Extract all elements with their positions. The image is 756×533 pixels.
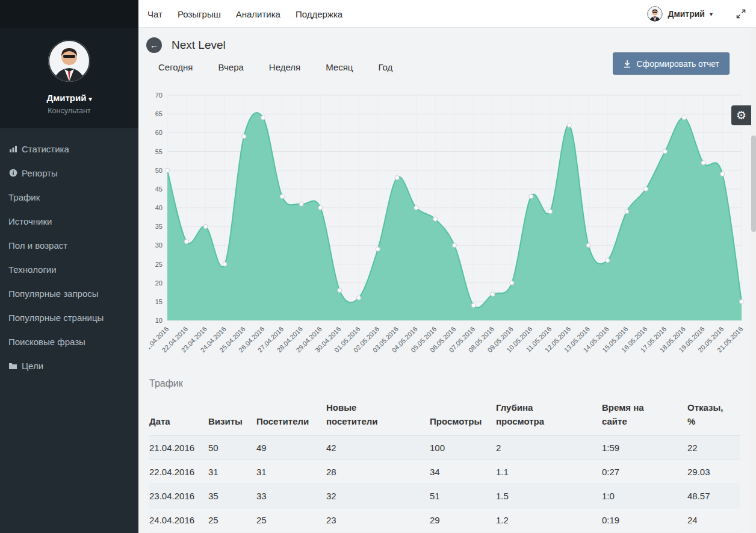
table-row: 22.04.2016313128341.10:2729.03 (149, 460, 740, 484)
sidebar-item-label: Статистика (22, 144, 69, 154)
expand-arrows-icon (736, 8, 746, 19)
sidebar-item-label: Пол и возраст (8, 240, 67, 251)
fullscreen-button[interactable] (736, 8, 746, 19)
sidebar-item-technologies[interactable]: Технологии (0, 257, 138, 281)
table-cell: 23.04.2016 (149, 484, 208, 508)
table-header-row: ДатаВизитыПосетителиНовые посетителиПрос… (149, 396, 740, 436)
sidebar-item-goals[interactable]: Цели (0, 354, 138, 378)
table-cell: 23 (326, 508, 430, 532)
svg-text:20: 20 (155, 279, 163, 287)
avatar (48, 39, 91, 85)
arrow-left-icon: ← (150, 40, 158, 50)
table-cell: 34 (430, 460, 496, 484)
tab-today[interactable]: Сегодня (158, 62, 193, 72)
column-header: Время на сайте (602, 396, 687, 436)
column-header: Глубина просмотра (496, 396, 602, 436)
sidebar-item-gender-age[interactable]: Пол и возраст (0, 233, 138, 257)
scrollbar-thumb[interactable] (751, 136, 756, 232)
sidebar-item-label: Технологии (8, 264, 57, 275)
table-cell: 42 (326, 436, 430, 460)
table-cell: 25 (256, 508, 326, 532)
table-cell: 29 (430, 508, 496, 532)
sidebar-menu: Статистика Репорты Трафик Источники Пол … (0, 128, 138, 378)
nav-item-raffle[interactable]: Розыгрыш (178, 9, 221, 19)
svg-text:55: 55 (155, 148, 163, 155)
table-cell: 100 (430, 436, 496, 460)
table-cell: 22.04.2016 (149, 460, 208, 484)
table-cell: 1.2 (496, 508, 602, 532)
svg-text:10: 10 (155, 317, 163, 324)
sidebar-item-statistics[interactable]: Статистика (0, 137, 138, 161)
chevron-down-icon: ▾ (88, 96, 91, 102)
nav-item-support[interactable]: Поддержка (296, 9, 342, 19)
table-cell: 22 (687, 436, 740, 460)
user-menu[interactable]: Дмитрий ▾ (647, 6, 713, 22)
sidebar-item-label: Источники (8, 216, 52, 226)
table-cell: 1.1 (496, 460, 602, 484)
column-header: Посетители (256, 396, 326, 436)
sidebar-item-label: Трафик (8, 192, 40, 202)
table-cell: 31 (208, 460, 256, 484)
traffic-section-title: Трафик (149, 378, 751, 389)
column-header: Новые посетители (326, 396, 430, 436)
table-cell: 31 (256, 460, 326, 484)
tab-month[interactable]: Месяц (326, 62, 353, 72)
nav-item-chat[interactable]: Чат (147, 9, 163, 19)
tab-yesterday[interactable]: Вчера (218, 62, 244, 72)
svg-text:60: 60 (155, 129, 163, 136)
table-cell: 28 (326, 460, 430, 484)
topnav-menu: Чат Розыгрыш Аналитика Поддержка (147, 0, 342, 28)
table-cell: 1:59 (602, 436, 687, 460)
tab-week[interactable]: Неделя (269, 62, 300, 72)
svg-text:50: 50 (155, 167, 163, 174)
table-cell: 24.04.2016 (149, 508, 208, 532)
sidebar-item-label: Поисковые фразы (8, 337, 85, 347)
nav-item-analytics[interactable]: Аналитика (236, 9, 280, 19)
sidebar-item-label: Цели (22, 361, 43, 371)
back-button[interactable]: ← (146, 37, 162, 53)
page-header: ← Next Level (138, 28, 751, 53)
user-name: Дмитрий (668, 9, 705, 19)
sidebar-user-panel: Дмитрий▾ Консультант (0, 28, 138, 128)
gear-icon: ⚙ (736, 108, 746, 122)
sidebar-item-search-phrases[interactable]: Поисковые фразы (0, 329, 138, 354)
table-cell: 49 (256, 436, 326, 460)
download-icon (623, 60, 631, 68)
table-cell: 1:0 (602, 484, 687, 508)
svg-text:25: 25 (155, 261, 163, 268)
page-title: Next Level (172, 39, 226, 52)
sidebar-item-traffic[interactable]: Трафик (0, 185, 138, 209)
traffic-table: ДатаВизитыПосетителиНовые посетителиПрос… (149, 396, 740, 532)
topnav-brand-block (0, 0, 138, 28)
top-navbar: Чат Розыгрыш Аналитика Поддержка (0, 0, 756, 28)
chart-container: 1015202530354045505560657021.04.201622.0… (149, 87, 751, 370)
sidebar-item-sources[interactable]: Источники (0, 209, 138, 233)
table-cell: 0:19 (602, 508, 687, 532)
svg-text:30: 30 (155, 242, 163, 249)
column-header: Визиты (208, 396, 256, 436)
sidebar-item-popular-queries[interactable]: Популярные запросы (0, 281, 138, 305)
table-cell: 32 (326, 484, 430, 508)
sidebar-item-label: Популярные страницы (8, 313, 104, 323)
table-row: 23.04.2016353332511.51:048.57 (149, 484, 740, 508)
table-cell: 1.5 (496, 484, 602, 508)
table-row: 24.04.2016252523291.20:1924 (149, 508, 740, 532)
vertical-scrollbar[interactable] (751, 28, 756, 533)
svg-text:15: 15 (155, 298, 163, 305)
topnav-right: Дмитрий ▾ (647, 0, 746, 28)
sidebar-item-popular-pages[interactable]: Популярные страницы (0, 305, 138, 329)
sidebar-user-name-label: Дмитрий (47, 93, 87, 103)
column-header: Дата (149, 396, 208, 436)
svg-text:40: 40 (155, 204, 163, 211)
generate-report-button[interactable]: Сформировать отчет (613, 52, 730, 75)
info-icon (8, 169, 17, 178)
table-cell: 33 (256, 484, 326, 508)
table-cell: 29.03 (687, 460, 740, 484)
chevron-down-icon: ▾ (710, 11, 713, 17)
table-cell: 2 (496, 436, 602, 460)
sidebar-item-reports[interactable]: Репорты (0, 161, 138, 185)
sidebar-user-name[interactable]: Дмитрий▾ (0, 93, 138, 103)
tab-year[interactable]: Год (378, 62, 392, 72)
settings-button[interactable]: ⚙ (731, 105, 751, 125)
table-cell: 48.57 (687, 484, 740, 508)
